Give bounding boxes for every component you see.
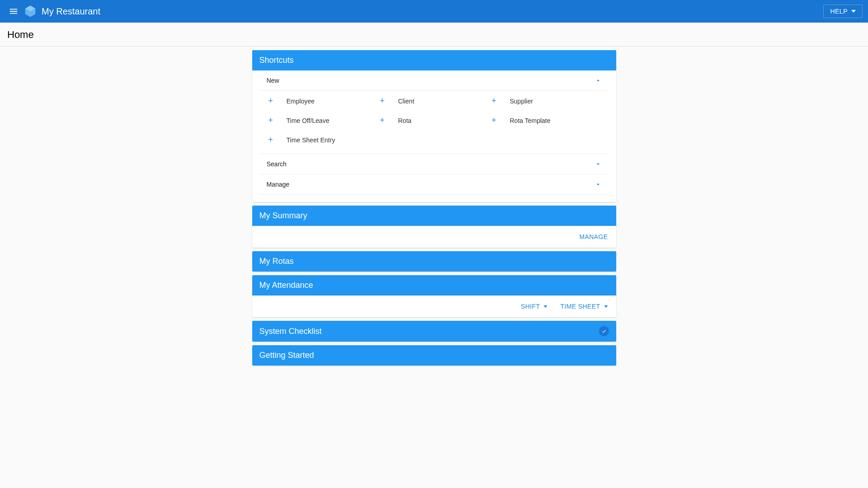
shortcut-time-off[interactable]: + Time Off/Leave (267, 112, 378, 129)
shortcut-label: Employee (287, 98, 315, 105)
shortcut-label: Time Sheet Entry (287, 136, 335, 144)
section-manage[interactable]: Manage (259, 174, 609, 195)
page-title: Home (7, 29, 861, 41)
timesheet-button[interactable]: TIME SHEET (558, 300, 609, 313)
help-button[interactable]: HELP (823, 5, 863, 18)
card-system-checklist: System Checklist (252, 321, 616, 342)
card-header-my-summary: My Summary (252, 206, 616, 226)
app-title: My Restaurant (42, 6, 100, 17)
shortcut-rota-template[interactable]: + Rota Template (490, 112, 602, 129)
shortcut-label: Rota Template (510, 117, 551, 124)
shortcut-label: Rota (398, 117, 412, 124)
card-title: My Summary (259, 211, 307, 221)
shift-button[interactable]: SHIFT (519, 300, 549, 313)
menu-icon (9, 6, 19, 16)
plus-icon: + (490, 96, 498, 106)
plus-icon: + (378, 96, 387, 106)
chevron-down-icon (594, 181, 602, 188)
card-title: My Rotas (259, 257, 294, 266)
chevron-up-icon (594, 77, 602, 84)
shortcut-label: Time Off/Leave (287, 117, 330, 124)
caret-down-icon (604, 305, 608, 308)
card-title: Getting Started (259, 351, 314, 360)
card-header-getting-started[interactable]: Getting Started (252, 345, 616, 366)
caret-down-icon (851, 10, 856, 13)
page-header: Home (0, 23, 868, 47)
help-label: HELP (830, 8, 848, 15)
section-new[interactable]: New (259, 70, 609, 91)
menu-button[interactable] (5, 3, 22, 19)
card-my-summary: My Summary MANAGE (252, 206, 616, 248)
button-label: SHIFT (521, 303, 540, 310)
card-header-system-checklist[interactable]: System Checklist (252, 321, 616, 342)
shortcut-time-sheet-entry[interactable]: + Time Sheet Entry (267, 131, 378, 148)
button-label: MANAGE (579, 233, 608, 240)
plus-icon: + (267, 135, 275, 145)
manage-button[interactable]: MANAGE (577, 230, 609, 243)
card-my-rotas: My Rotas (252, 251, 616, 272)
section-label: New (267, 77, 279, 84)
plus-icon: + (267, 96, 275, 106)
plus-icon: + (490, 116, 498, 125)
plus-icon: + (378, 116, 387, 125)
card-shortcuts: Shortcuts New + Employee + Client (252, 50, 616, 202)
check-badge (599, 326, 609, 336)
shortcut-label: Supplier (510, 98, 533, 105)
card-getting-started: Getting Started (252, 345, 616, 366)
card-header-my-rotas[interactable]: My Rotas (252, 251, 616, 272)
shortcut-rota[interactable]: + Rota (378, 112, 490, 129)
card-title: System Checklist (259, 327, 322, 336)
card-header-my-attendance: My Attendance (252, 275, 616, 296)
card-my-attendance: My Attendance SHIFT TIME SHEET (252, 275, 616, 317)
shortcuts-new-grid: + Employee + Client + Supplier + Time Of… (259, 91, 609, 154)
card-title: Shortcuts (259, 56, 294, 65)
shortcut-employee[interactable]: + Employee (267, 93, 378, 109)
shortcut-client[interactable]: + Client (378, 93, 490, 109)
button-label: TIME SHEET (560, 303, 600, 310)
app-logo (24, 5, 37, 18)
plus-icon: + (267, 116, 275, 125)
section-label: Search (267, 160, 287, 168)
shortcut-supplier[interactable]: + Supplier (490, 93, 602, 109)
card-header-shortcuts: Shortcuts (252, 50, 616, 70)
app-bar: My Restaurant HELP (0, 0, 868, 23)
section-search[interactable]: Search (259, 154, 609, 174)
shortcut-label: Client (398, 98, 415, 105)
section-label: Manage (267, 181, 290, 188)
chevron-down-icon (594, 160, 602, 168)
caret-down-icon (543, 305, 547, 308)
check-icon (601, 328, 607, 334)
card-title: My Attendance (259, 281, 313, 290)
